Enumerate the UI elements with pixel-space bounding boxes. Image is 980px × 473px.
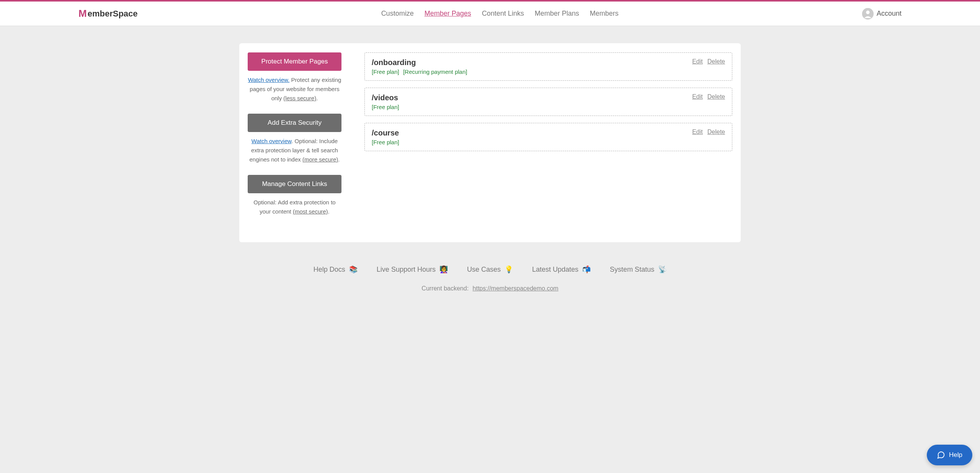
footer-use-cases[interactable]: Use Cases 💡	[467, 265, 513, 274]
footer: Help Docs 📚 Live Support Hours 👩‍🏫 Use C…	[239, 258, 741, 307]
books-icon: 📚	[349, 266, 358, 273]
security-watch-overview-link[interactable]: Watch overview	[252, 138, 291, 144]
sidebar-block-content-links: Manage Content Links Optional: Add extra…	[248, 175, 341, 216]
edit-link[interactable]: Edit	[692, 129, 703, 135]
footer-help-docs[interactable]: Help Docs 📚	[314, 265, 358, 274]
delete-link[interactable]: Delete	[707, 58, 725, 65]
page-actions: Edit Delete	[692, 93, 725, 100]
plan-tag: [Free plan]	[372, 69, 399, 75]
sidebar: Protect Member Pages Watch overview. Pro…	[248, 52, 341, 227]
logo-mark: M	[78, 8, 87, 20]
page-plans: [Free plan]	[372, 104, 402, 110]
plan-tag: [Recurring payment plan]	[403, 69, 467, 75]
bulb-icon: 💡	[505, 266, 513, 273]
page-actions: Edit Delete	[692, 129, 725, 135]
page-card: /videos [Free plan] Edit Delete	[364, 88, 732, 116]
nav-member-pages[interactable]: Member Pages	[425, 10, 471, 18]
backend-url-link[interactable]: https://memberspacedemo.com	[473, 285, 559, 292]
manage-content-links-button[interactable]: Manage Content Links	[248, 175, 341, 193]
header: MemberSpace Customize Member Pages Conte…	[0, 2, 980, 26]
content-area: /onboarding [Free plan] [Recurring payme…	[364, 52, 732, 227]
page-path: /onboarding	[372, 58, 469, 67]
delete-link[interactable]: Delete	[707, 93, 725, 100]
page-info: /videos [Free plan]	[372, 93, 402, 110]
nav-member-plans[interactable]: Member Plans	[535, 10, 579, 18]
footer-latest-updates[interactable]: Latest Updates 📬	[532, 265, 591, 274]
avatar-icon	[862, 8, 874, 20]
mailbox-icon: 📬	[582, 266, 591, 273]
page-info: /course [Free plan]	[372, 129, 402, 145]
page-actions: Edit Delete	[692, 58, 725, 65]
less-secure-note: (less secure)	[283, 95, 316, 101]
protect-member-pages-button[interactable]: Protect Member Pages	[248, 52, 341, 71]
main-nav: Customize Member Pages Content Links Mem…	[138, 10, 862, 18]
satellite-icon: 📡	[658, 266, 666, 273]
logo-text: emberSpace	[88, 9, 138, 19]
account-menu[interactable]: Account	[862, 8, 902, 20]
sidebar-block-protect: Protect Member Pages Watch overview. Pro…	[248, 52, 341, 103]
page-path: /videos	[372, 93, 402, 102]
nav-members[interactable]: Members	[590, 10, 619, 18]
svg-point-1	[866, 10, 869, 14]
page-info: /onboarding [Free plan] [Recurring payme…	[372, 58, 469, 75]
page-plans: [Free plan] [Recurring payment plan]	[372, 69, 469, 75]
nav-customize[interactable]: Customize	[381, 10, 414, 18]
protect-description: Watch overview. Protect any existing pag…	[248, 75, 341, 103]
account-label: Account	[877, 10, 902, 18]
plan-tag: [Free plan]	[372, 104, 399, 110]
footer-links: Help Docs 📚 Live Support Hours 👩‍🏫 Use C…	[239, 265, 741, 274]
footer-backend: Current backend: https://memberspacedemo…	[239, 285, 741, 292]
edit-link[interactable]: Edit	[692, 58, 703, 65]
page-card: /onboarding [Free plan] [Recurring payme…	[364, 52, 732, 81]
page-card: /course [Free plan] Edit Delete	[364, 123, 732, 151]
page-path: /course	[372, 129, 402, 137]
delete-link[interactable]: Delete	[707, 129, 725, 135]
logo[interactable]: MemberSpace	[78, 8, 138, 20]
teacher-icon: 👩‍🏫	[439, 266, 448, 273]
nav-content-links[interactable]: Content Links	[482, 10, 524, 18]
content-links-description: Optional: Add extra protection to your c…	[248, 198, 341, 216]
protect-watch-overview-link[interactable]: Watch overview.	[248, 77, 290, 83]
footer-live-support[interactable]: Live Support Hours 👩‍🏫	[377, 265, 448, 274]
add-extra-security-button[interactable]: Add Extra Security	[248, 114, 341, 132]
footer-system-status[interactable]: System Status 📡	[610, 265, 666, 274]
backend-label: Current backend:	[421, 285, 469, 292]
sidebar-block-extra-security: Add Extra Security Watch overview. Optio…	[248, 114, 341, 164]
more-secure-note: (more secure)	[302, 156, 338, 163]
most-secure-note: (most secure)	[293, 208, 328, 215]
main-panel: Protect Member Pages Watch overview. Pro…	[239, 43, 741, 242]
plan-tag: [Free plan]	[372, 139, 399, 145]
edit-link[interactable]: Edit	[692, 93, 703, 100]
page-plans: [Free plan]	[372, 139, 402, 145]
extra-security-description: Watch overview. Optional: Include extra …	[248, 137, 341, 164]
